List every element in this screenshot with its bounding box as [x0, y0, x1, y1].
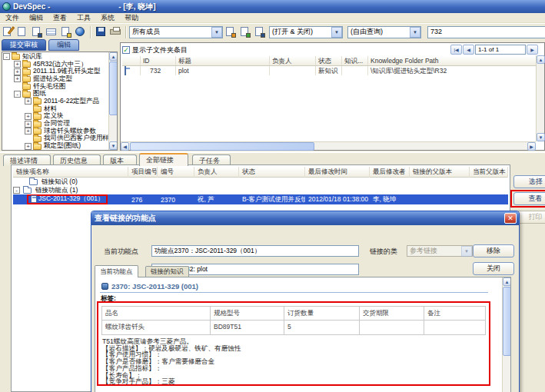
- table-row[interactable]: 732 plot 新知识 \知识库\掘进钻头定型\R32: [122, 66, 537, 75]
- expand-icon[interactable]: [25, 121, 32, 128]
- open-close-dropdown[interactable]: (打开 & 关闭): [269, 26, 343, 38]
- chevron-down-icon[interactable]: [410, 27, 420, 38]
- print-icon[interactable]: [109, 25, 122, 38]
- pager: |◀ ◀ 1-1 of 1 ▶: [450, 45, 538, 55]
- folder-scrollbar-vertical[interactable]: ▲ ▼: [536, 55, 544, 141]
- column-owner[interactable]: 负责人: [194, 167, 239, 178]
- selected-link-row[interactable]: JSC-2011-329（001） 276 2370 祝, 芦 B-客户测试使用…: [13, 194, 508, 204]
- scroll-left-icon[interactable]: ◀: [121, 142, 129, 151]
- column-modifier[interactable]: 最后修改者: [370, 167, 410, 178]
- expand-icon[interactable]: [25, 143, 32, 150]
- remove-button[interactable]: 移除: [473, 244, 514, 257]
- scroll-down-icon[interactable]: ▼: [537, 133, 545, 141]
- view-button[interactable]: 查看: [513, 192, 545, 205]
- chevron-down-icon: [461, 246, 472, 257]
- dialog-tab-current-feature[interactable]: 当前功能点: [95, 265, 138, 277]
- menu-file[interactable]: 文件: [5, 13, 19, 23]
- scroll-down-icon[interactable]: ▼: [109, 141, 118, 150]
- expand-icon[interactable]: [14, 75, 21, 82]
- column-title[interactable]: 标题: [176, 56, 270, 65]
- expand-icon[interactable]: [25, 150, 32, 151]
- scroll-up-icon[interactable]: ▲: [503, 277, 511, 286]
- column-owner[interactable]: 负责人: [270, 56, 316, 65]
- collapse-icon[interactable]: [14, 91, 21, 98]
- tree-item[interactable]: 专项改进: [3, 150, 108, 151]
- expand-icon[interactable]: [25, 113, 32, 120]
- app-icon: [2, 2, 11, 11]
- tree-scrollbar[interactable]: ▲ ▼: [108, 52, 117, 150]
- menu-system[interactable]: 系统: [101, 13, 115, 23]
- description-line: 【竞争对手产品】：三菱: [102, 378, 241, 385]
- feature-bullet-icon: [101, 283, 108, 290]
- scroll-thumb[interactable]: [503, 287, 511, 356]
- expand-icon[interactable]: [14, 68, 21, 75]
- expand-icon[interactable]: [25, 98, 32, 105]
- collapse-icon[interactable]: [13, 187, 20, 194]
- save-icon[interactable]: [95, 25, 108, 38]
- checkin-document-icon[interactable]: [238, 25, 251, 38]
- cell-remark: [424, 321, 486, 335]
- link-group-knowledge[interactable]: 链接知识 (0): [12, 178, 510, 186]
- scroll-up-icon[interactable]: ▲: [537, 55, 545, 64]
- members-dropdown[interactable]: 所有成员: [129, 26, 223, 38]
- copy-document-icon[interactable]: [30, 25, 43, 38]
- column-icon[interactable]: [122, 56, 141, 65]
- column-modified-time[interactable]: 最后修改时间: [305, 167, 370, 178]
- web-icon[interactable]: [74, 25, 87, 38]
- chevron-down-icon[interactable]: [211, 27, 222, 38]
- menu-view[interactable]: 查看: [53, 13, 67, 23]
- scroll-up-icon[interactable]: ▲: [109, 52, 118, 61]
- new-document-icon[interactable]: [15, 25, 28, 38]
- column-project-no[interactable]: 项目编号: [128, 167, 158, 178]
- tab-all-links[interactable]: 全部链接: [139, 153, 188, 166]
- list-view-icon[interactable]: [45, 25, 58, 38]
- dialog-scrollbar[interactable]: ▲: [502, 277, 510, 392]
- column-id[interactable]: ID: [141, 56, 176, 65]
- cell-spec-model: BD89T51: [211, 321, 284, 335]
- menu-help[interactable]: 帮助: [125, 13, 138, 23]
- current-feature-field[interactable]: 功能点2370：JSC-2011-329（001）: [151, 245, 359, 257]
- expand-icon[interactable]: [25, 128, 32, 135]
- link-group-features[interactable]: 链接功能点 (1): [12, 186, 510, 194]
- tree-item[interactable]: 钎头毛坯图: [3, 83, 108, 91]
- column-status[interactable]: 状态: [316, 56, 342, 65]
- menu-edit[interactable]: 编辑: [29, 13, 43, 23]
- column-knowledge[interactable]: 知识...: [342, 56, 368, 65]
- column-linked-parent-version[interactable]: 链接的父版本: [410, 167, 470, 178]
- scroll-right-icon[interactable]: ▶: [527, 142, 536, 151]
- feature-description: T51螺纹高度请参考三菱产品。 【岩石描述】：硬岩及极硬岩、铁矿、有磨蚀性 【客…: [102, 338, 241, 385]
- feature-header: 2370: JSC-2011-329 (001): [101, 282, 198, 291]
- edit-document-icon[interactable]: [1, 25, 14, 38]
- query-type-dropdown[interactable]: (自由查询): [347, 26, 421, 38]
- locked-document-icon[interactable]: [59, 25, 72, 38]
- cell-status: 新知识: [316, 66, 342, 75]
- menu-tools[interactable]: 工具: [77, 13, 91, 23]
- cell-order-qty: 5: [284, 321, 360, 335]
- chevron-down-icon[interactable]: [331, 27, 342, 38]
- prev-page-icon[interactable]: ◀: [463, 45, 474, 55]
- column-path[interactable]: Knowledge Folder Path: [368, 56, 537, 65]
- tab-edit[interactable]: 编辑: [48, 39, 79, 51]
- dialog-tab-linked-knowledge[interactable]: 链接的知识: [145, 266, 189, 277]
- column-link-name[interactable]: 链接项名称: [13, 167, 128, 178]
- column-current-parent-version[interactable]: 当前父版本: [470, 167, 508, 178]
- collapse-icon[interactable]: [3, 53, 10, 60]
- close-button[interactable]: 关闭: [473, 262, 514, 275]
- column-status[interactable]: 状态: [239, 167, 305, 178]
- column-product-name: 品名: [101, 306, 211, 321]
- dialog-close-button[interactable]: [504, 213, 517, 224]
- tab-submit-review[interactable]: 提交审核: [2, 39, 46, 51]
- scroll-thumb[interactable]: [130, 142, 314, 151]
- search-input[interactable]: 732: [427, 26, 545, 38]
- column-no[interactable]: 编号: [158, 167, 194, 178]
- checkout-document-icon[interactable]: [224, 25, 237, 38]
- scroll-thumb[interactable]: [109, 61, 118, 115]
- first-page-icon[interactable]: |◀: [450, 45, 462, 55]
- folder-scrollbar-horizontal[interactable]: ◀ ▶: [121, 141, 536, 150]
- expand-icon[interactable]: [14, 61, 21, 68]
- table-header-row: ID 标题 负责人 状态 知识... Knowledge Folder Path: [122, 56, 537, 66]
- show-subfolders-checkbox[interactable]: [122, 46, 130, 54]
- undo-checkout-icon[interactable]: [253, 25, 266, 38]
- select-button[interactable]: 选择: [513, 175, 545, 188]
- next-page-icon[interactable]: ▶: [527, 45, 538, 55]
